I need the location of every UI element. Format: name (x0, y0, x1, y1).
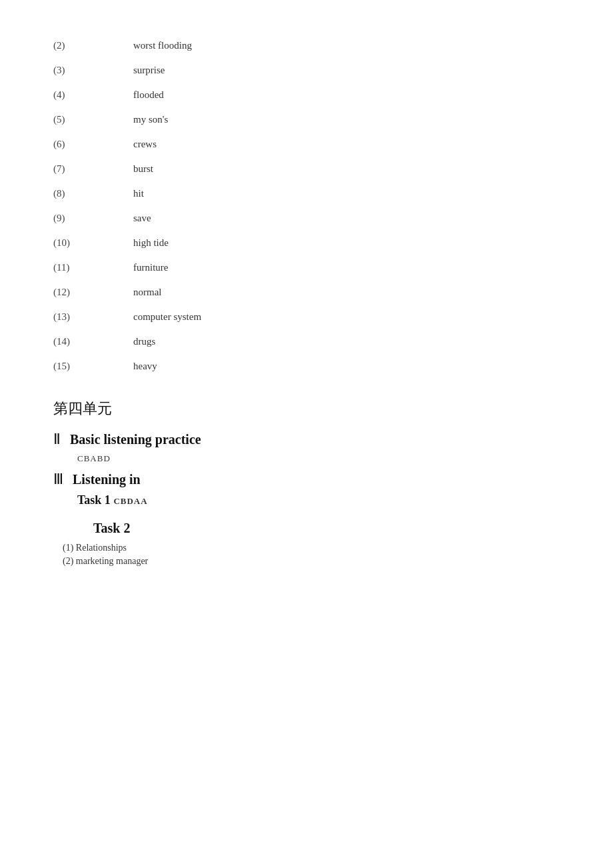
row-answer: save (133, 213, 151, 224)
task1-heading: Task 1 CBDAA (77, 493, 560, 507)
row-answer: furniture (133, 262, 168, 273)
row-number: (8) (53, 188, 133, 199)
numbered-row: (6)crews (53, 139, 560, 150)
row-number: (5) (53, 114, 133, 125)
row-number: (2) (53, 40, 133, 51)
row-number: (10) (53, 237, 133, 249)
numbered-row: (9)save (53, 213, 560, 224)
roman-title-iii: Listening in (73, 472, 141, 487)
row-answer: drugs (133, 336, 155, 347)
numbered-row: (12)normal (53, 287, 560, 298)
numbered-row: (15)heavy (53, 361, 560, 372)
row-answer: worst flooding (133, 40, 192, 51)
row-answer: burst (133, 163, 153, 175)
task1-label: Task 1 (77, 493, 113, 507)
row-answer: heavy (133, 361, 157, 372)
section-ii: Ⅱ Basic listening practice CBABD (53, 431, 560, 464)
row-number: (6) (53, 139, 133, 150)
row-number: (12) (53, 287, 133, 298)
section-block: 第四单元 Ⅱ Basic listening practice CBABD Ⅲ … (53, 399, 560, 567)
numbered-row: (4)flooded (53, 89, 560, 101)
roman-heading-iii: Ⅲ Listening in (53, 471, 560, 488)
row-answer: flooded (133, 89, 164, 101)
numbered-row: (11)furniture (53, 262, 560, 273)
numbered-row: (5)my son's (53, 114, 560, 125)
numbered-row: (8)hit (53, 188, 560, 199)
roman-heading-ii: Ⅱ Basic listening practice (53, 431, 560, 448)
roman-title-ii: Basic listening practice (70, 432, 201, 447)
task1-answer: CBDAA (113, 496, 147, 506)
row-number: (3) (53, 65, 133, 76)
row-answer: surprise (133, 65, 165, 76)
numbered-row: (10)high tide (53, 237, 560, 249)
row-number: (14) (53, 336, 133, 347)
numbered-list: (2)worst flooding(3)surprise(4)flooded(5… (53, 40, 560, 372)
numbered-row: (3)surprise (53, 65, 560, 76)
numbered-row: (13)computer system (53, 311, 560, 323)
row-number: (9) (53, 213, 133, 224)
row-answer: crews (133, 139, 157, 150)
row-number: (13) (53, 311, 133, 323)
row-answer: hit (133, 188, 144, 199)
row-answer: high tide (133, 237, 169, 249)
section-ii-answer: CBABD (77, 453, 560, 464)
row-answer: my son's (133, 114, 168, 125)
row-number: (11) (53, 262, 133, 273)
task2-item: (1) Relationships (63, 543, 560, 553)
numbered-row: (7)burst (53, 163, 560, 175)
row-number: (7) (53, 163, 133, 175)
task2-item: (2) marketing manager (63, 556, 560, 567)
roman-label-ii: Ⅱ (53, 431, 61, 448)
row-answer: normal (133, 287, 162, 298)
numbered-row: (2)worst flooding (53, 40, 560, 51)
section-iii: Ⅲ Listening in Task 1 CBDAA Task 2 (1) R… (53, 471, 560, 567)
row-answer: computer system (133, 311, 201, 323)
task2-items: (1) Relationships(2) marketing manager (63, 543, 560, 567)
roman-label-iii: Ⅲ (53, 471, 63, 488)
numbered-row: (14)drugs (53, 336, 560, 347)
unit-heading: 第四单元 (53, 399, 560, 419)
row-number: (4) (53, 89, 133, 101)
task2-heading: Task 2 (93, 521, 560, 536)
row-number: (15) (53, 361, 133, 372)
